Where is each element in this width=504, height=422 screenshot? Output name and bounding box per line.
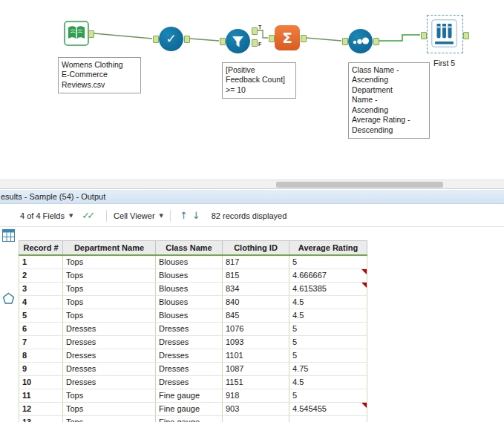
data-cell[interactable]: Dresses [63,376,156,389]
input-anchor[interactable] [153,36,159,43]
data-cell[interactable]: 1087 [223,363,289,376]
filter-annotation[interactable]: [Positive Feedback Count] >= 10 [222,62,296,99]
data-cell[interactable]: Dresses [63,349,156,363]
data-cell[interactable]: Tops [63,416,156,422]
table-view-icon[interactable] [2,229,15,242]
data-cell[interactable]: 5 [289,336,367,349]
row-number-cell[interactable]: 13 [19,416,63,422]
row-number-cell[interactable]: 3 [19,283,63,296]
select-tool[interactable]: ✓ [159,27,183,51]
data-cell[interactable]: 4.666667 [289,269,367,283]
row-number-cell[interactable]: 12 [19,403,63,416]
data-cell[interactable]: Fine gauge [156,403,223,416]
row-number-cell[interactable]: 10 [19,376,63,389]
row-number-cell[interactable]: 1 [19,256,63,269]
data-cell[interactable]: 5 [289,349,367,363]
connection-sort-sample[interactable] [379,35,420,41]
data-cell[interactable]: 4.615385 [289,283,367,296]
scrollbar-thumb[interactable] [276,182,443,188]
data-cell[interactable]: 1151 [223,376,289,389]
data-cell[interactable]: Dresses [156,376,223,389]
input-data-tool[interactable] [64,21,89,49]
data-cell[interactable]: 5 [289,323,367,336]
map-view-icon[interactable] [2,292,15,305]
row-number-cell[interactable]: 2 [19,269,63,283]
data-cell[interactable]: 1093 [223,336,289,349]
input-annotation[interactable]: Womens Clothing E-Commerce Reviews.csv [58,57,141,93]
output-anchor[interactable] [184,36,190,43]
data-cell[interactable]: 1101 [223,349,289,363]
data-cell[interactable]: Dresses [63,363,156,376]
column-header-4[interactable]: Average Rating [289,240,367,254]
row-number-cell[interactable]: 8 [19,349,63,363]
data-cell[interactable]: 5 [289,256,367,269]
canvas-horizontal-scrollbar[interactable] [0,179,504,189]
summarize-tool[interactable]: Σ [275,25,300,50]
row-number-cell[interactable]: 9 [19,363,63,376]
data-cell[interactable]: Tops [63,309,156,323]
data-cell[interactable]: Tops [63,389,156,403]
data-cell[interactable]: 4.75 [289,363,367,376]
false-output-anchor[interactable] [252,39,258,47]
filter-tool[interactable] [226,29,250,53]
data-cell[interactable]: Dresses [156,363,223,376]
row-number-cell[interactable]: 4 [19,296,63,309]
row-number-cell[interactable]: 7 [19,336,63,349]
cell-viewer-dropdown[interactable]: Cell Viewer ▼ [114,211,163,220]
data-cell[interactable]: Tops [63,256,156,269]
column-header-0[interactable]: Record # [19,240,63,254]
data-cell[interactable]: 903 [223,403,289,416]
apply-double-check-icon[interactable]: ✓✓ [82,210,92,221]
column-header-1[interactable]: Department Name [63,240,156,254]
data-cell[interactable]: Blouses [156,256,223,269]
data-cell[interactable]: Fine gauge [156,416,223,422]
data-cell[interactable]: 817 [223,256,289,269]
sample-annotation[interactable]: First 5 [433,59,455,67]
data-cell[interactable]: 4.5 [289,309,367,323]
data-cell[interactable]: Dresses [63,336,156,349]
data-cell[interactable]: 918 [223,389,289,403]
data-cell[interactable]: Tops [63,296,156,309]
row-number-cell[interactable]: 6 [19,323,63,336]
data-cell[interactable] [289,416,367,422]
data-cell[interactable]: 845 [223,309,289,323]
data-cell[interactable]: 834 [223,283,289,296]
data-cell[interactable]: Dresses [156,336,223,349]
sort-annotation[interactable]: Class Name - Ascending Department Name -… [348,62,430,139]
data-cell[interactable]: Blouses [156,296,223,309]
data-cell[interactable]: Dresses [156,349,223,363]
sort-tool[interactable] [348,29,373,53]
data-cell[interactable]: 815 [223,269,289,283]
data-cell[interactable]: 4.545455 [289,403,367,416]
up-arrow-icon[interactable]: ↑ [180,210,188,221]
output-anchor[interactable] [463,32,469,39]
output-anchor[interactable] [301,35,307,42]
data-cell[interactable]: 4.5 [289,376,367,389]
connection-select-filter[interactable] [189,39,219,41]
data-cell[interactable]: Fine gauge [156,389,223,403]
connection-input-select[interactable] [94,33,152,39]
column-header-2[interactable]: Class Name [156,240,223,254]
data-cell[interactable]: Tops [63,269,156,283]
data-cell[interactable] [223,416,289,422]
input-anchor[interactable] [269,35,275,42]
true-output-anchor[interactable] [252,27,258,35]
data-cell[interactable]: Blouses [156,283,223,296]
data-cell[interactable]: 1076 [223,323,289,336]
fields-selector-dropdown[interactable]: 4 of 4 Fields ▼ [20,211,73,220]
connection-filter-summarize[interactable] [257,30,268,38]
row-number-cell[interactable]: 5 [19,309,63,323]
data-cell[interactable]: Blouses [156,269,223,283]
data-cell[interactable]: Dresses [63,323,156,336]
input-anchor[interactable] [342,38,348,45]
data-cell[interactable]: 4.5 [289,296,367,309]
sample-tool[interactable] [431,19,457,50]
data-cell[interactable]: Tops [63,283,156,296]
data-cell[interactable]: 840 [223,296,289,309]
output-anchor[interactable] [373,38,379,45]
connection-summarize-sort[interactable] [306,38,341,41]
row-number-cell[interactable]: 11 [19,389,63,403]
data-cell[interactable]: Tops [63,403,156,416]
input-anchor[interactable] [421,32,427,39]
data-cell[interactable]: Blouses [156,309,223,323]
